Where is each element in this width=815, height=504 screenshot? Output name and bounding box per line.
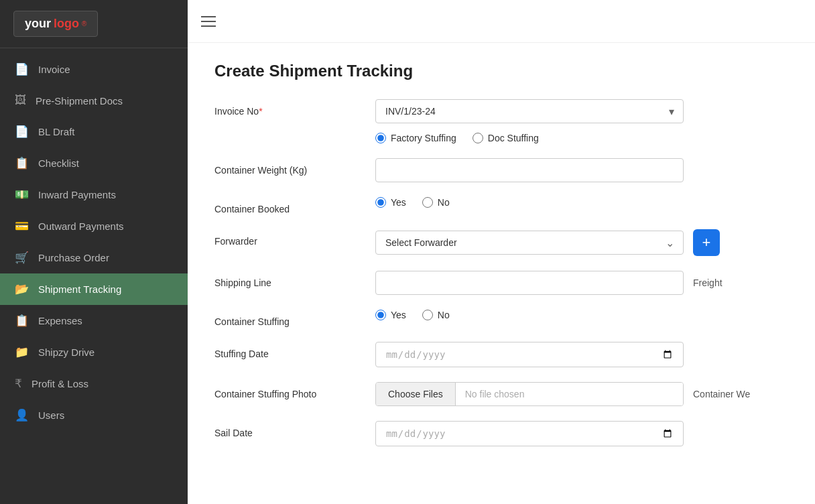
sidebar-item-shipzy-drive[interactable]: 📁 Shipzy Drive	[0, 336, 188, 368]
sidebar-item-invoice[interactable]: 📄 Invoice	[0, 54, 188, 85]
sidebar-item-inward-payments[interactable]: 💵 Inward Payments	[0, 179, 188, 210]
sidebar-label-invoice: Invoice	[38, 64, 70, 75]
container-stuffing-yes-radio[interactable]	[375, 310, 386, 320]
forwarder-select-wrapper: Select Forwarder ⌄	[375, 231, 684, 255]
doc-stuffing-radio-label[interactable]: Doc Stuffing	[473, 133, 539, 143]
container-stuffing-no-radio[interactable]	[422, 310, 433, 320]
shipment-tracking-icon: 📂	[15, 282, 29, 296]
file-name-display: No file chosen	[456, 383, 683, 405]
doc-stuffing-label: Doc Stuffing	[488, 133, 539, 143]
container-weight-input[interactable]	[375, 158, 684, 182]
bl-draft-icon: 📄	[15, 125, 29, 139]
topbar	[188, 0, 815, 43]
sidebar-item-profit-loss[interactable]: ₹ Profit & Loss	[0, 368, 188, 399]
sidebar-label-purchase-order: Purchase Order	[38, 252, 109, 263]
container-booked-yes-radio[interactable]	[375, 197, 386, 208]
inward-payments-icon: 💵	[15, 188, 29, 202]
container-booked-control: Yes No	[375, 197, 788, 208]
users-icon: 👤	[15, 408, 29, 422]
container-weight-control	[375, 158, 788, 182]
sidebar: your logo ® 📄 Invoice 🖼 Pre-Shipment Doc…	[0, 0, 188, 504]
checklist-icon: 📋	[15, 156, 29, 170]
invoice-icon: 📄	[15, 62, 29, 76]
sidebar-label-profit-loss: Profit & Loss	[32, 378, 88, 389]
choose-files-button[interactable]: Choose Files	[376, 383, 456, 405]
sidebar-label-pre-shipment: Pre-Shipment Docs	[36, 95, 123, 107]
sidebar-item-users[interactable]: 👤 Users	[0, 399, 188, 431]
outward-payments-icon: 💳	[15, 219, 29, 233]
logo-area: your logo ®	[0, 0, 188, 48]
sidebar-item-pre-shipment-docs[interactable]: 🖼 Pre-Shipment Docs	[0, 85, 188, 116]
container-booked-group: Yes No	[375, 197, 450, 208]
sidebar-item-purchase-order[interactable]: 🛒 Purchase Order	[0, 242, 188, 273]
sidebar-label-shipzy-drive: Shipzy Drive	[38, 346, 95, 358]
factory-stuffing-radio-label[interactable]: Factory Stuffing	[375, 133, 456, 143]
invoice-select[interactable]: INV/1/23-24	[375, 99, 684, 123]
sidebar-item-bl-draft[interactable]: 📄 BL Draft	[0, 116, 188, 147]
shipzy-drive-icon: 📁	[15, 345, 29, 359]
pre-shipment-icon: 🖼	[15, 94, 26, 107]
forwarder-control: Select Forwarder ⌄ +	[375, 229, 788, 256]
stuffing-date-label: Stuffing Date	[214, 342, 362, 359]
container-booked-yes-label[interactable]: Yes	[375, 197, 406, 208]
logo-logo: logo	[54, 17, 79, 31]
shipping-line-input[interactable]	[375, 271, 684, 295]
logo-registered: ®	[82, 20, 86, 27]
shipping-line-row: Shipping Line Freight	[214, 271, 788, 295]
sidebar-label-shipment-tracking: Shipment Tracking	[38, 284, 121, 295]
doc-stuffing-radio[interactable]	[473, 133, 483, 143]
main-content: Create Shipment Tracking Invoice No* INV…	[188, 0, 815, 504]
invoice-label: Invoice No*	[214, 99, 362, 117]
container-weight-label: Container Weight (Kg)	[214, 158, 362, 176]
profit-loss-icon: ₹	[15, 377, 22, 391]
stuffing-photo-control: Choose Files No file chosen Container We	[375, 382, 788, 406]
sail-date-input[interactable]	[375, 421, 684, 446]
container-stuffing-control: Yes No	[375, 310, 788, 320]
freight-label: Freight	[693, 277, 723, 288]
forwarder-select[interactable]: Select Forwarder	[375, 231, 684, 255]
stuffing-date-row: Stuffing Date	[214, 342, 788, 367]
container-booked-no-label[interactable]: No	[422, 197, 450, 208]
shipping-line-label: Shipping Line	[214, 271, 362, 288]
page-title: Create Shipment Tracking	[214, 62, 788, 80]
sidebar-label-inward-payments: Inward Payments	[38, 189, 116, 200]
sidebar-item-expenses[interactable]: 📋 Expenses	[0, 305, 188, 336]
sail-date-control	[375, 421, 788, 446]
invoice-select-wrapper: INV/1/23-24 ▾	[375, 99, 684, 123]
container-stuffing-yes-text: Yes	[391, 310, 406, 320]
container-stuffing-row: Container Stuffing Yes No	[214, 310, 788, 327]
logo-your: your	[25, 17, 51, 31]
hamburger-button[interactable]	[201, 9, 225, 34]
container-stuffing-label: Container Stuffing	[214, 310, 362, 327]
stuffing-date-input[interactable]	[375, 342, 684, 367]
sidebar-label-users: Users	[38, 410, 64, 421]
logo: your logo ®	[13, 11, 98, 37]
invoice-row: Invoice No* INV/1/23-24 ▾ Factory Stuffi…	[214, 99, 788, 143]
container-we-label: Container We	[693, 389, 750, 399]
stuffing-photo-row: Container Stuffing Photo Choose Files No…	[214, 382, 788, 406]
forwarder-add-button[interactable]: +	[693, 229, 720, 256]
sidebar-label-bl-draft: BL Draft	[38, 126, 74, 137]
purchase-order-icon: 🛒	[15, 251, 29, 265]
container-weight-row: Container Weight (Kg)	[214, 158, 788, 182]
sidebar-label-outward-payments: Outward Payments	[38, 220, 124, 232]
expenses-icon: 📋	[15, 314, 29, 328]
sidebar-item-outward-payments[interactable]: 💳 Outward Payments	[0, 210, 188, 242]
container-booked-row: Container Booked Yes No	[214, 197, 788, 214]
container-booked-no-radio[interactable]	[422, 197, 433, 208]
container-stuffing-no-label[interactable]: No	[422, 310, 450, 320]
form-area: Create Shipment Tracking Invoice No* INV…	[188, 43, 815, 480]
invoice-control-wrap: INV/1/23-24 ▾ Factory Stuffing Doc Stuff…	[375, 99, 788, 143]
container-booked-yes-text: Yes	[391, 197, 406, 208]
sidebar-item-shipment-tracking[interactable]: 📂 Shipment Tracking	[0, 273, 188, 305]
container-stuffing-yes-label[interactable]: Yes	[375, 310, 406, 320]
sidebar-item-checklist[interactable]: 📋 Checklist	[0, 147, 188, 179]
stuffing-photo-label: Container Stuffing Photo	[214, 382, 362, 399]
forwarder-row: Forwarder Select Forwarder ⌄ +	[214, 229, 788, 256]
file-input-wrap: Choose Files No file chosen	[375, 382, 684, 406]
container-stuffing-group: Yes No	[375, 310, 450, 320]
container-booked-no-text: No	[438, 197, 450, 208]
factory-stuffing-radio[interactable]	[375, 133, 386, 143]
sidebar-label-expenses: Expenses	[38, 315, 82, 326]
factory-stuffing-label: Factory Stuffing	[391, 133, 456, 143]
